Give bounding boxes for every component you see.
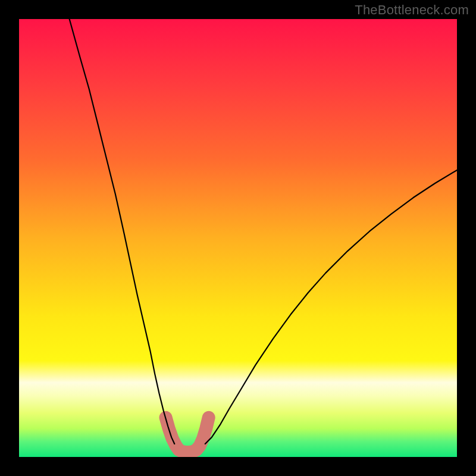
watermark-text: TheBottleneck.com — [355, 2, 469, 18]
outer-frame: TheBottleneck.com — [0, 0, 476, 476]
plot-area — [19, 19, 457, 457]
bottom-marker-series — [166, 418, 209, 453]
right-curve-series — [205, 170, 457, 444]
chart-svg — [19, 19, 457, 457]
left-curve-series — [70, 19, 175, 444]
